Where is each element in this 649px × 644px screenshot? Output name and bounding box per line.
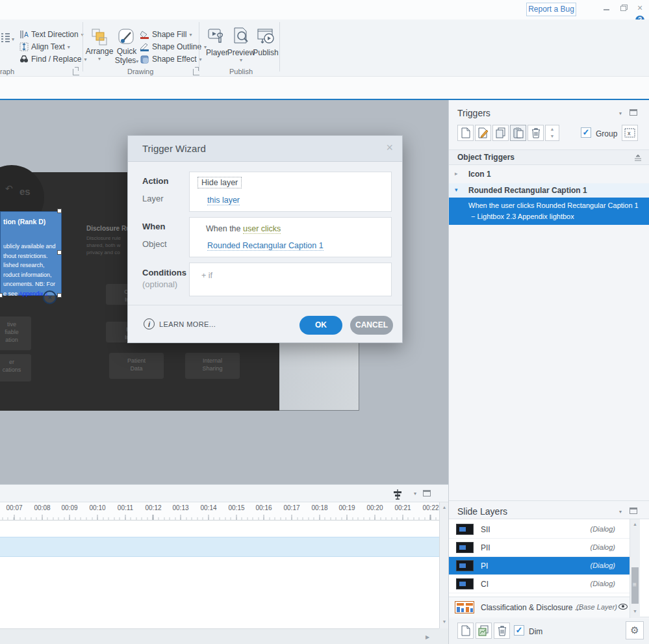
- timeline-sync-icon[interactable]: [392, 489, 403, 500]
- timeline-tick: 00:07: [3, 504, 25, 511]
- dropdown-icon[interactable]: ▾: [12, 36, 14, 42]
- maximize-button[interactable]: [618, 4, 628, 13]
- selection-handle[interactable]: [0, 293, 3, 298]
- layer-thumbnail: [456, 542, 474, 553]
- cancel-button[interactable]: CANCEL: [350, 316, 393, 335]
- dim-checkbox[interactable]: ✓: [514, 625, 524, 636]
- scrollbar-thumb[interactable]: [631, 567, 639, 604]
- preview-button[interactable]: Preview ▾: [227, 27, 255, 63]
- selection-handle[interactable]: [57, 293, 62, 298]
- group-label-paragraph: raph: [0, 68, 14, 75]
- panel-window-icon[interactable]: [630, 109, 637, 116]
- layers-scrollbar[interactable]: ▲ ▼: [630, 519, 640, 618]
- shape-fill-button[interactable]: Shape Fill▾: [140, 29, 192, 40]
- layer-settings-gear-button[interactable]: ⚙: [626, 621, 644, 639]
- layer-row-pii[interactable]: PII (Dialog): [449, 539, 630, 557]
- move-down-icon[interactable]: ▼: [546, 133, 559, 140]
- edit-trigger-button[interactable]: [475, 125, 491, 141]
- dropdown-icon: ▾: [98, 56, 101, 62]
- layer-value-link[interactable]: this layer: [207, 196, 240, 205]
- expanded-arrow-icon[interactable]: ▾: [455, 187, 458, 193]
- timeline-tick: 00:17: [281, 504, 303, 511]
- group-label-publish: Publish: [229, 68, 253, 75]
- object-triggers-header: Object Triggers: [449, 149, 649, 165]
- timeline-vertical-scrollbar[interactable]: ▲ ▼: [439, 502, 448, 628]
- binoculars-icon: [19, 55, 29, 64]
- move-up-icon[interactable]: ▲: [546, 125, 559, 133]
- minimize-button[interactable]: [601, 4, 611, 13]
- timeline-horizontal-scrollbar[interactable]: ▶: [0, 628, 439, 644]
- scroll-up-icon[interactable]: ▲: [440, 505, 449, 509]
- new-layer-button[interactable]: [457, 623, 474, 639]
- trigger-item-caption[interactable]: ▾ Rounded Rectangular Caption 1: [449, 183, 649, 199]
- collapse-all-icon[interactable]: [634, 154, 642, 162]
- conditions-label: Conditions: [142, 268, 186, 277]
- duplicate-layer-button[interactable]: [476, 623, 492, 639]
- report-bug-button[interactable]: Report a Bug: [526, 3, 576, 16]
- scroll-up-icon[interactable]: ▲: [630, 522, 640, 526]
- dropdown-icon[interactable]: ▾: [619, 509, 622, 515]
- add-condition-link[interactable]: + if: [201, 271, 212, 280]
- delete-layer-button[interactable]: [494, 623, 510, 639]
- conditions-field[interactable]: + if: [189, 263, 392, 296]
- when-value-link[interactable]: user clicks: [243, 224, 281, 234]
- when-label: When: [142, 222, 165, 231]
- copy-trigger-button[interactable]: [492, 125, 509, 141]
- scroll-down-icon[interactable]: ▼: [440, 619, 449, 624]
- base-layer-row[interactable]: Classification & Disclosure ... (Base La…: [449, 597, 630, 617]
- action-value-dropdown[interactable]: Hide layer: [197, 177, 242, 188]
- shape-outline-button[interactable]: Shape Outline▾: [140, 42, 207, 52]
- learn-more-link[interactable]: LEARN MORE...: [159, 320, 216, 328]
- scroll-right-icon[interactable]: ▶: [421, 634, 434, 640]
- panel-window-icon[interactable]: [423, 490, 431, 496]
- group-label-drawing: Drawing: [127, 68, 153, 75]
- paste-trigger-button[interactable]: [510, 125, 526, 141]
- paragraph-dialog-launcher[interactable]: [73, 69, 79, 75]
- shape-effect-button[interactable]: Shape Effect▾: [140, 54, 202, 64]
- quick-styles-button[interactable]: Quick Styles▾: [114, 27, 140, 65]
- timeline-tick: 00:08: [31, 504, 53, 511]
- ok-button[interactable]: OK: [299, 316, 342, 335]
- player-button[interactable]: Player: [204, 27, 230, 57]
- selection-handle[interactable]: [57, 209, 62, 213]
- close-circle-icon[interactable]: ×: [43, 290, 57, 304]
- publish-button[interactable]: Publish: [252, 27, 279, 57]
- trigger-reorder-buttons[interactable]: ▲ ▼: [545, 125, 559, 141]
- slide-layers-list: SII (Dialog) PII (Dialog) PI (Dialog) CI…: [449, 519, 649, 617]
- caption-box[interactable]: tion (Rank D) ublicly available and thou…: [0, 211, 62, 296]
- dropdown-icon[interactable]: ▾: [619, 110, 622, 116]
- scroll-down-icon[interactable]: ▼: [630, 609, 640, 613]
- new-page-icon: [461, 127, 470, 138]
- timeline-tick: 00:11: [114, 504, 136, 511]
- dropdown-icon[interactable]: ▾: [414, 491, 416, 496]
- delete-trigger-button[interactable]: [528, 125, 544, 141]
- arrange-button[interactable]: Arrange ▾: [85, 27, 114, 62]
- layer-row-sii[interactable]: SII (Dialog): [449, 521, 630, 539]
- layers-toolbar: ✓ Dim ⚙: [449, 619, 649, 644]
- object-value-link[interactable]: Rounded Rectangular Caption 1: [207, 241, 324, 251]
- find-replace-button[interactable]: Find / Replace▾: [19, 54, 86, 64]
- dialog-titlebar[interactable]: Trigger Wizard ×: [128, 136, 402, 162]
- layer-row-ci[interactable]: CI (Dialog): [449, 575, 630, 593]
- collapsed-arrow-icon[interactable]: ▸: [455, 170, 458, 177]
- layer-row-pi-selected[interactable]: PI (Dialog): [449, 557, 630, 575]
- panel-window-icon[interactable]: [630, 508, 637, 514]
- align-text-button[interactable]: Align Text▾: [19, 42, 70, 52]
- selection-handle[interactable]: [57, 250, 62, 255]
- dimmed-box: ercations: [0, 354, 31, 381]
- line-spacing-button[interactable]: [0, 32, 10, 43]
- trigger-item-icon1[interactable]: ▸ Icon 1: [449, 167, 649, 183]
- timeline-row-selected[interactable]: [0, 537, 439, 557]
- divider: [83, 22, 83, 71]
- eye-icon[interactable]: [618, 604, 628, 610]
- group-checkbox[interactable]: ✓: [581, 127, 591, 138]
- new-trigger-button[interactable]: [457, 125, 474, 141]
- dialog-close-button[interactable]: ×: [386, 141, 393, 155]
- trigger-selected-row[interactable]: When the user clicks Rounded Rectangular…: [449, 198, 649, 225]
- close-button[interactable]: ×: [635, 4, 645, 13]
- timeline-ruler[interactable]: 00:07 00:08 00:09 00:10 00:11 00:12 00:1…: [0, 502, 439, 521]
- variables-button[interactable]: x: [622, 125, 638, 141]
- text-direction-button[interactable]: A Text Direction▾: [19, 29, 84, 40]
- slide-layers-title: Slide Layers: [457, 506, 507, 517]
- slide-layers-header: Slide Layers ▾: [449, 500, 649, 519]
